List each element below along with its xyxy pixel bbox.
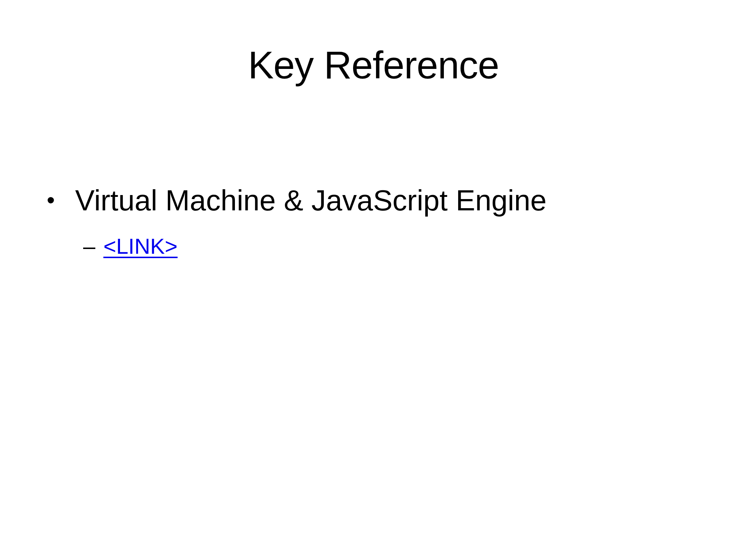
sub-bullet-item: – <LINK> [0,233,747,260]
bullet-text: Virtual Machine & JavaScript Engine [75,182,547,219]
sub-bullet-marker: – [83,233,95,260]
slide-title: Key Reference [0,41,747,89]
bullet-item: • Virtual Machine & JavaScript Engine [0,182,747,219]
slide-body: • Virtual Machine & JavaScript Engine – … [0,182,747,260]
bullet-marker: • [47,182,75,219]
link-hyperlink[interactable]: <LINK> [103,233,177,260]
slide: Key Reference • Virtual Machine & JavaSc… [0,0,747,560]
